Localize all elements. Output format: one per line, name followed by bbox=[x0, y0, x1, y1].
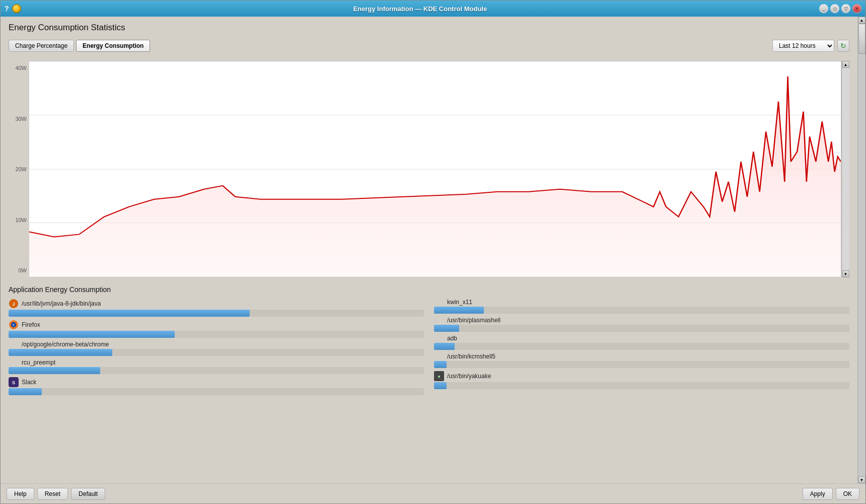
app-item-header: rcu_preempt bbox=[9, 359, 424, 366]
app-list: J /usr/lib/jvm/java-8-jdk/bin/java bbox=[9, 299, 849, 477]
scroll-track bbox=[858, 24, 865, 476]
slack-icon: S bbox=[9, 377, 19, 387]
list-item: S Slack bbox=[9, 377, 424, 395]
app-item-header: S Slack bbox=[9, 377, 424, 387]
app-name: /opt/google/chrome-beta/chrome bbox=[22, 341, 109, 348]
section-title: Application Energy Consumption bbox=[9, 285, 849, 294]
bottom-bar-right: Apply OK bbox=[803, 488, 859, 500]
help-icon[interactable]: ? bbox=[5, 5, 9, 13]
chart-top-controls: Charge Percentage Energy Consumption Las… bbox=[9, 40, 849, 58]
default-button[interactable]: Default bbox=[71, 488, 105, 500]
svg-text:S: S bbox=[12, 380, 15, 385]
svg-text:▼: ▼ bbox=[437, 375, 441, 379]
scroll-up-arrow[interactable]: ▲ bbox=[858, 17, 865, 24]
chart-svg bbox=[29, 61, 841, 277]
app-item-header: /usr/bin/plasmashell bbox=[434, 317, 849, 324]
restore-button[interactable]: ◇ bbox=[830, 4, 839, 13]
app-bar-fill bbox=[434, 382, 447, 389]
ok-button[interactable]: OK bbox=[836, 488, 859, 500]
app-bar-bg bbox=[434, 343, 849, 350]
app-bar-fill bbox=[9, 331, 175, 338]
titlebar-left: ? bbox=[5, 4, 21, 13]
window-title: Energy Information — KDE Control Module bbox=[353, 5, 487, 13]
apply-button[interactable]: Apply bbox=[803, 488, 833, 500]
scroll-down-arrow[interactable]: ▼ bbox=[858, 476, 865, 483]
refresh-button[interactable]: ↻ bbox=[837, 40, 849, 52]
list-item: ▼ /usr/bin/yakuake bbox=[434, 371, 849, 389]
list-item: ff Firefox bbox=[9, 320, 424, 338]
app-name: /usr/bin/kcmshell5 bbox=[447, 353, 495, 360]
y-axis-labels: 40W 30W 20W 10W 0W bbox=[9, 61, 29, 277]
maximize-button[interactable]: ▽ bbox=[841, 4, 850, 13]
app-item-header: ▼ /usr/bin/yakuake bbox=[434, 371, 849, 381]
app-bar-fill bbox=[9, 367, 100, 374]
chart-area-wrapper: 40W 30W 20W 10W 0W bbox=[9, 61, 849, 277]
reset-button[interactable]: Reset bbox=[37, 488, 68, 500]
app-name: /usr/bin/plasmashell bbox=[447, 317, 500, 324]
titlebar-center: Energy Information — KDE Control Module bbox=[21, 5, 819, 13]
tab-charge-percentage[interactable]: Charge Percentage bbox=[9, 40, 74, 52]
app-item-header: /usr/bin/kcmshell5 bbox=[434, 353, 849, 360]
y-label-20w: 20W bbox=[9, 166, 27, 172]
app-name: Slack bbox=[22, 379, 36, 386]
tab-row: Charge Percentage Energy Consumption bbox=[9, 40, 150, 52]
close-button[interactable]: ✕ bbox=[852, 4, 861, 13]
app-bar-fill bbox=[9, 310, 250, 317]
app-bar-fill bbox=[434, 307, 484, 314]
list-item: /usr/bin/plasmashell bbox=[434, 317, 849, 332]
app-bar-fill bbox=[434, 361, 447, 368]
help-button[interactable]: Help bbox=[7, 488, 34, 500]
titlebar: ? Energy Information — KDE Control Modul… bbox=[1, 1, 865, 17]
app-item-header: /opt/google/chrome-beta/chrome bbox=[9, 341, 424, 348]
y-label-40w: 40W bbox=[9, 65, 27, 71]
app-bar-bg bbox=[9, 367, 424, 374]
app-name: /usr/lib/jvm/java-8-jdk/bin/java bbox=[22, 300, 101, 307]
scroll-up-arrow[interactable]: ▲ bbox=[842, 61, 849, 68]
java-icon: J bbox=[9, 299, 19, 309]
right-scrollbar: ▲ ▼ bbox=[857, 17, 865, 483]
app-bar-bg bbox=[9, 349, 424, 356]
list-item: J /usr/lib/jvm/java-8-jdk/bin/java bbox=[9, 299, 424, 317]
chart-canvas bbox=[29, 61, 841, 277]
left-app-column: J /usr/lib/jvm/java-8-jdk/bin/java bbox=[9, 299, 424, 477]
svg-text:ff: ff bbox=[13, 323, 15, 327]
app-name: /usr/bin/yakuake bbox=[447, 373, 491, 380]
app-bar-fill bbox=[434, 325, 459, 332]
chart-controls: Last 12 hours Last 24 hours Last 7 days … bbox=[772, 40, 849, 52]
scroll-track bbox=[842, 68, 849, 270]
list-item: rcu_preempt bbox=[9, 359, 424, 374]
app-bar-bg bbox=[434, 361, 849, 368]
app-name: adb bbox=[447, 335, 457, 342]
firefox-icon: ff bbox=[9, 320, 19, 330]
y-label-30w: 30W bbox=[9, 116, 27, 122]
app-bar-fill bbox=[9, 388, 42, 395]
scroll-thumb[interactable] bbox=[858, 24, 865, 54]
main-window: ? Energy Information — KDE Control Modul… bbox=[0, 0, 866, 504]
app-bar-bg bbox=[9, 310, 424, 317]
page-title: Energy Consumption Statistics bbox=[9, 23, 849, 33]
tab-energy-consumption[interactable]: Energy Consumption bbox=[76, 40, 150, 52]
app-name: rcu_preempt bbox=[22, 359, 55, 366]
app-bar-bg bbox=[9, 331, 424, 338]
list-item: /usr/bin/kcmshell5 bbox=[434, 353, 849, 368]
main-content: Energy Consumption Statistics Charge Per… bbox=[1, 17, 857, 483]
app-bar-bg bbox=[434, 382, 849, 389]
app-item-header: kwin_x11 bbox=[434, 299, 849, 306]
app-item-header: ff Firefox bbox=[9, 320, 424, 330]
app-name: kwin_x11 bbox=[447, 299, 472, 306]
app-name: Firefox bbox=[22, 321, 40, 328]
scroll-down-arrow[interactable]: ▼ bbox=[842, 270, 849, 277]
y-label-0w: 0W bbox=[9, 267, 27, 273]
app-item-header: J /usr/lib/jvm/java-8-jdk/bin/java bbox=[9, 299, 424, 309]
app-bar-bg bbox=[434, 307, 849, 314]
chart-area-fill bbox=[29, 77, 841, 277]
list-item: /opt/google/chrome-beta/chrome bbox=[9, 341, 424, 356]
list-item: kwin_x11 bbox=[434, 299, 849, 314]
main-scroll-area: Energy Consumption Statistics Charge Per… bbox=[1, 17, 865, 483]
app-bar-fill bbox=[9, 349, 112, 356]
minimize-button[interactable]: _ bbox=[819, 4, 828, 13]
titlebar-buttons: _ ◇ ▽ ✕ bbox=[819, 4, 861, 13]
bottom-bar: Help Reset Default Apply OK bbox=[1, 483, 865, 503]
time-range-select[interactable]: Last 12 hours Last 24 hours Last 7 days bbox=[772, 40, 834, 52]
list-item: adb bbox=[434, 335, 849, 350]
